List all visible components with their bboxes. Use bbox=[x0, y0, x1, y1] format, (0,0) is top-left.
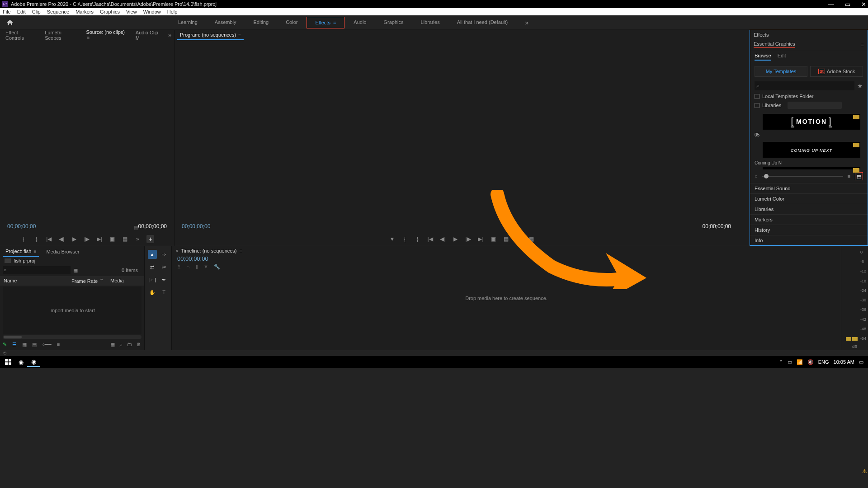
pen-tool[interactable]: ✒ bbox=[160, 275, 169, 284]
timeline-tab[interactable]: Timeline: (no sequences) bbox=[181, 248, 236, 253]
effects-tab[interactable]: Effects bbox=[750, 30, 868, 39]
install-mogrt-button[interactable]: ⬒ bbox=[855, 172, 863, 180]
workspace-audio[interactable]: Audio bbox=[345, 17, 374, 28]
chain-icon[interactable]: ⟲ bbox=[3, 351, 6, 356]
slider-track[interactable] bbox=[762, 176, 843, 177]
workspace-assembly[interactable]: Assembly bbox=[207, 17, 245, 28]
list-view-icon[interactable]: ☰ bbox=[12, 342, 17, 347]
template-thumb-comingup[interactable]: COMING UP NEXT bbox=[763, 142, 860, 158]
essential-graphics-tab[interactable]: Essential Graphics bbox=[754, 41, 795, 48]
clock[interactable]: 10:05 AM bbox=[834, 359, 854, 365]
workspace-overflow-icon[interactable]: » bbox=[525, 19, 528, 26]
tab-menu-icon[interactable]: ≡ bbox=[240, 248, 242, 253]
menu-file[interactable]: File bbox=[3, 9, 11, 14]
tab-media-browser[interactable]: Media Browser bbox=[43, 247, 82, 256]
selection-tool[interactable]: ▲ bbox=[148, 250, 157, 259]
zoom-slider[interactable]: ○━━ bbox=[42, 342, 52, 347]
panel-markers[interactable]: Markers bbox=[750, 214, 868, 225]
go-in-icon[interactable]: |◀ bbox=[45, 236, 52, 242]
check-libraries[interactable]: Libraries bbox=[750, 100, 868, 110]
step-back-icon[interactable]: ◀| bbox=[58, 236, 65, 242]
panel-essential-sound[interactable]: Essential Sound bbox=[750, 183, 868, 193]
workspace-default[interactable]: All that I need (Default) bbox=[449, 17, 516, 28]
workspace-effects[interactable]: Effects≡ bbox=[307, 17, 344, 28]
lift-icon[interactable]: ▣ bbox=[490, 236, 497, 242]
template-thumb-partial[interactable] bbox=[763, 167, 860, 169]
type-tool[interactable]: T bbox=[160, 288, 169, 297]
workspace-learning[interactable]: Learning bbox=[170, 17, 206, 28]
project-search-input[interactable] bbox=[3, 266, 71, 274]
new-bin-search-icon[interactable]: ▦ bbox=[73, 267, 78, 273]
workspace-graphics[interactable]: Graphics bbox=[375, 17, 411, 28]
eg-tab-browse[interactable]: Browse bbox=[755, 53, 771, 61]
favorites-icon[interactable]: ★ bbox=[857, 82, 863, 89]
panel-info[interactable]: Info bbox=[750, 235, 868, 245]
panel-menu-icon[interactable]: ≡ bbox=[861, 42, 864, 47]
export-frame-icon[interactable]: 📷 bbox=[515, 236, 523, 242]
mark-in-icon[interactable]: { bbox=[20, 236, 27, 242]
sort-icon[interactable]: ≡ bbox=[57, 342, 60, 347]
timeline-timecode[interactable]: 00;00;00;00 bbox=[172, 255, 841, 262]
home-button[interactable] bbox=[4, 18, 16, 27]
tab-menu-icon[interactable]: ≡ bbox=[238, 33, 241, 38]
freeform-view-icon[interactable]: ▤ bbox=[32, 342, 37, 347]
marker-icon[interactable]: ▼ bbox=[389, 236, 396, 242]
new-item-icon[interactable]: 🗎 bbox=[137, 342, 142, 347]
eg-tab-edit[interactable]: Edit bbox=[778, 53, 786, 61]
menu-graphics[interactable]: Graphics bbox=[100, 9, 120, 14]
col-framerate[interactable]: Frame Rate⌃ bbox=[71, 278, 110, 284]
menu-sequence[interactable]: Sequence bbox=[47, 9, 70, 14]
go-in-icon[interactable]: |◀ bbox=[427, 236, 434, 242]
workspace-libraries[interactable]: Libraries bbox=[412, 17, 448, 28]
check-local-templates[interactable]: Local Templates Folder bbox=[750, 92, 868, 100]
insert-icon[interactable]: ▣ bbox=[108, 236, 116, 242]
program-timecode-left[interactable]: 00;00;00;00 bbox=[182, 223, 210, 230]
tab-program[interactable]: Program: (no sequences) ≡ bbox=[177, 30, 244, 40]
firefox-icon[interactable]: ◉ bbox=[14, 357, 27, 367]
button-editor-icon[interactable]: + bbox=[146, 235, 154, 243]
automate-icon[interactable]: ▦ bbox=[110, 342, 115, 347]
mark-in-icon[interactable]: { bbox=[401, 236, 409, 242]
go-out-icon[interactable]: ▶| bbox=[477, 236, 485, 242]
minimize-button[interactable]: — bbox=[828, 1, 834, 8]
resolution-icon[interactable]: ↔ bbox=[142, 225, 147, 230]
col-media[interactable]: Media bbox=[110, 278, 141, 284]
workspace-color[interactable]: Color bbox=[278, 17, 306, 28]
compare-icon[interactable]: ▦ bbox=[528, 236, 535, 242]
step-back-icon[interactable]: ◀| bbox=[439, 236, 447, 242]
mark-out-icon[interactable]: } bbox=[414, 236, 421, 242]
tab-project[interactable]: Project: fish ≡ bbox=[3, 247, 39, 257]
volume-icon[interactable]: 🔇 bbox=[807, 359, 814, 365]
menu-clip[interactable]: Clip bbox=[32, 9, 41, 14]
menu-view[interactable]: View bbox=[126, 9, 137, 14]
mark-out-icon[interactable]: } bbox=[33, 236, 40, 242]
notifications-icon[interactable]: ▭ bbox=[859, 359, 863, 365]
cat-my-templates[interactable]: My Templates bbox=[755, 66, 807, 77]
menu-window[interactable]: Window bbox=[143, 9, 161, 14]
close-seq-icon[interactable]: × bbox=[175, 248, 178, 253]
workspace-editing[interactable]: Editing bbox=[245, 17, 277, 28]
chrome-icon[interactable]: ◉ bbox=[27, 357, 40, 367]
source-tabs-overflow-icon[interactable]: » bbox=[168, 32, 171, 38]
panel-libraries[interactable]: Libraries bbox=[750, 204, 868, 214]
slip-tool[interactable]: |↔| bbox=[148, 275, 157, 284]
marker-icon[interactable]: ▮ bbox=[195, 264, 198, 270]
hand-tool[interactable]: ✋ bbox=[148, 288, 157, 297]
battery-icon[interactable]: ▭ bbox=[788, 359, 792, 365]
fit-icon[interactable]: ▦ bbox=[134, 225, 138, 230]
snap-icon[interactable]: ⊻ bbox=[177, 264, 181, 270]
tab-menu-icon[interactable]: ≡ bbox=[34, 249, 37, 254]
tab-menu-icon[interactable]: ≡ bbox=[87, 35, 90, 40]
slider-knob[interactable] bbox=[764, 174, 769, 178]
overwrite-icon[interactable]: ▤ bbox=[121, 236, 128, 242]
wifi-icon[interactable]: 📶 bbox=[797, 359, 803, 365]
panel-history[interactable]: History bbox=[750, 225, 868, 235]
menu-markers[interactable]: Markers bbox=[75, 9, 94, 14]
export-frame-icon[interactable]: » bbox=[134, 236, 141, 242]
start-button[interactable] bbox=[2, 357, 14, 367]
extract-icon[interactable]: ▤ bbox=[503, 236, 510, 242]
write-mode-icon[interactable]: ✎ bbox=[3, 342, 7, 347]
eg-search-input[interactable] bbox=[755, 81, 854, 90]
maximize-button[interactable]: ▭ bbox=[845, 1, 850, 8]
step-fwd-icon[interactable]: |▶ bbox=[465, 236, 472, 242]
